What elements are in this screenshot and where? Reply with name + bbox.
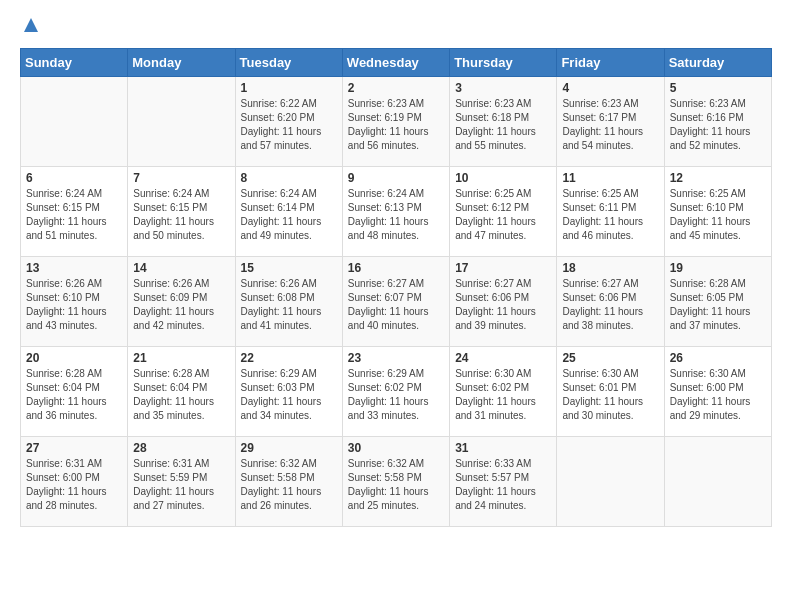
calendar-day-cell: 10Sunrise: 6:25 AMSunset: 6:12 PMDayligh…	[450, 167, 557, 257]
day-info: Sunrise: 6:25 AMSunset: 6:12 PMDaylight:…	[455, 187, 551, 243]
calendar-day-cell: 14Sunrise: 6:26 AMSunset: 6:09 PMDayligh…	[128, 257, 235, 347]
day-number: 13	[26, 261, 122, 275]
calendar-day-cell: 31Sunrise: 6:33 AMSunset: 5:57 PMDayligh…	[450, 437, 557, 527]
calendar-day-cell: 18Sunrise: 6:27 AMSunset: 6:06 PMDayligh…	[557, 257, 664, 347]
day-info: Sunrise: 6:23 AMSunset: 6:18 PMDaylight:…	[455, 97, 551, 153]
calendar-day-cell: 28Sunrise: 6:31 AMSunset: 5:59 PMDayligh…	[128, 437, 235, 527]
day-info: Sunrise: 6:23 AMSunset: 6:16 PMDaylight:…	[670, 97, 766, 153]
calendar-day-cell: 24Sunrise: 6:30 AMSunset: 6:02 PMDayligh…	[450, 347, 557, 437]
day-info: Sunrise: 6:24 AMSunset: 6:15 PMDaylight:…	[133, 187, 229, 243]
logo-icon	[22, 16, 40, 34]
day-number: 27	[26, 441, 122, 455]
day-of-week-header: Sunday	[21, 49, 128, 77]
calendar-table: SundayMondayTuesdayWednesdayThursdayFrid…	[20, 48, 772, 527]
day-of-week-header: Friday	[557, 49, 664, 77]
logo	[20, 16, 40, 38]
calendar-day-cell: 25Sunrise: 6:30 AMSunset: 6:01 PMDayligh…	[557, 347, 664, 437]
calendar-day-cell: 7Sunrise: 6:24 AMSunset: 6:15 PMDaylight…	[128, 167, 235, 257]
day-number: 11	[562, 171, 658, 185]
day-info: Sunrise: 6:27 AMSunset: 6:06 PMDaylight:…	[455, 277, 551, 333]
day-of-week-header: Wednesday	[342, 49, 449, 77]
day-info: Sunrise: 6:27 AMSunset: 6:07 PMDaylight:…	[348, 277, 444, 333]
day-of-week-header: Thursday	[450, 49, 557, 77]
day-info: Sunrise: 6:24 AMSunset: 6:13 PMDaylight:…	[348, 187, 444, 243]
day-number: 22	[241, 351, 337, 365]
day-number: 16	[348, 261, 444, 275]
day-number: 8	[241, 171, 337, 185]
day-number: 4	[562, 81, 658, 95]
day-number: 12	[670, 171, 766, 185]
calendar-day-cell	[557, 437, 664, 527]
day-info: Sunrise: 6:24 AMSunset: 6:14 PMDaylight:…	[241, 187, 337, 243]
day-info: Sunrise: 6:26 AMSunset: 6:09 PMDaylight:…	[133, 277, 229, 333]
calendar-day-cell	[664, 437, 771, 527]
day-number: 17	[455, 261, 551, 275]
calendar-week-row: 1Sunrise: 6:22 AMSunset: 6:20 PMDaylight…	[21, 77, 772, 167]
calendar-week-row: 27Sunrise: 6:31 AMSunset: 6:00 PMDayligh…	[21, 437, 772, 527]
day-number: 28	[133, 441, 229, 455]
calendar-day-cell: 1Sunrise: 6:22 AMSunset: 6:20 PMDaylight…	[235, 77, 342, 167]
day-info: Sunrise: 6:30 AMSunset: 6:02 PMDaylight:…	[455, 367, 551, 423]
calendar-week-row: 20Sunrise: 6:28 AMSunset: 6:04 PMDayligh…	[21, 347, 772, 437]
day-info: Sunrise: 6:30 AMSunset: 6:01 PMDaylight:…	[562, 367, 658, 423]
calendar-day-cell: 6Sunrise: 6:24 AMSunset: 6:15 PMDaylight…	[21, 167, 128, 257]
header	[20, 16, 772, 38]
day-number: 19	[670, 261, 766, 275]
calendar-day-cell: 15Sunrise: 6:26 AMSunset: 6:08 PMDayligh…	[235, 257, 342, 347]
calendar-day-cell	[21, 77, 128, 167]
calendar-day-cell: 8Sunrise: 6:24 AMSunset: 6:14 PMDaylight…	[235, 167, 342, 257]
day-info: Sunrise: 6:32 AMSunset: 5:58 PMDaylight:…	[241, 457, 337, 513]
day-info: Sunrise: 6:28 AMSunset: 6:04 PMDaylight:…	[26, 367, 122, 423]
calendar-day-cell: 30Sunrise: 6:32 AMSunset: 5:58 PMDayligh…	[342, 437, 449, 527]
day-info: Sunrise: 6:25 AMSunset: 6:11 PMDaylight:…	[562, 187, 658, 243]
day-number: 3	[455, 81, 551, 95]
calendar-day-cell: 4Sunrise: 6:23 AMSunset: 6:17 PMDaylight…	[557, 77, 664, 167]
calendar-day-cell: 29Sunrise: 6:32 AMSunset: 5:58 PMDayligh…	[235, 437, 342, 527]
day-number: 1	[241, 81, 337, 95]
day-number: 29	[241, 441, 337, 455]
calendar-day-cell: 26Sunrise: 6:30 AMSunset: 6:00 PMDayligh…	[664, 347, 771, 437]
day-info: Sunrise: 6:31 AMSunset: 6:00 PMDaylight:…	[26, 457, 122, 513]
calendar-day-cell	[128, 77, 235, 167]
day-info: Sunrise: 6:22 AMSunset: 6:20 PMDaylight:…	[241, 97, 337, 153]
calendar-day-cell: 9Sunrise: 6:24 AMSunset: 6:13 PMDaylight…	[342, 167, 449, 257]
day-info: Sunrise: 6:27 AMSunset: 6:06 PMDaylight:…	[562, 277, 658, 333]
day-number: 2	[348, 81, 444, 95]
svg-marker-0	[24, 18, 38, 32]
day-number: 31	[455, 441, 551, 455]
calendar-day-cell: 13Sunrise: 6:26 AMSunset: 6:10 PMDayligh…	[21, 257, 128, 347]
day-number: 26	[670, 351, 766, 365]
day-of-week-header: Monday	[128, 49, 235, 77]
day-info: Sunrise: 6:31 AMSunset: 5:59 PMDaylight:…	[133, 457, 229, 513]
calendar-day-cell: 17Sunrise: 6:27 AMSunset: 6:06 PMDayligh…	[450, 257, 557, 347]
calendar-day-cell: 22Sunrise: 6:29 AMSunset: 6:03 PMDayligh…	[235, 347, 342, 437]
day-number: 7	[133, 171, 229, 185]
day-number: 6	[26, 171, 122, 185]
day-number: 18	[562, 261, 658, 275]
day-info: Sunrise: 6:26 AMSunset: 6:08 PMDaylight:…	[241, 277, 337, 333]
day-info: Sunrise: 6:25 AMSunset: 6:10 PMDaylight:…	[670, 187, 766, 243]
day-number: 23	[348, 351, 444, 365]
calendar-day-cell: 2Sunrise: 6:23 AMSunset: 6:19 PMDaylight…	[342, 77, 449, 167]
day-number: 10	[455, 171, 551, 185]
day-info: Sunrise: 6:28 AMSunset: 6:05 PMDaylight:…	[670, 277, 766, 333]
day-number: 21	[133, 351, 229, 365]
day-info: Sunrise: 6:32 AMSunset: 5:58 PMDaylight:…	[348, 457, 444, 513]
day-info: Sunrise: 6:24 AMSunset: 6:15 PMDaylight:…	[26, 187, 122, 243]
calendar-day-cell: 19Sunrise: 6:28 AMSunset: 6:05 PMDayligh…	[664, 257, 771, 347]
day-number: 25	[562, 351, 658, 365]
day-number: 20	[26, 351, 122, 365]
calendar-week-row: 13Sunrise: 6:26 AMSunset: 6:10 PMDayligh…	[21, 257, 772, 347]
calendar-day-cell: 21Sunrise: 6:28 AMSunset: 6:04 PMDayligh…	[128, 347, 235, 437]
day-info: Sunrise: 6:23 AMSunset: 6:19 PMDaylight:…	[348, 97, 444, 153]
day-of-week-header: Tuesday	[235, 49, 342, 77]
day-number: 14	[133, 261, 229, 275]
calendar-day-cell: 3Sunrise: 6:23 AMSunset: 6:18 PMDaylight…	[450, 77, 557, 167]
calendar-day-cell: 23Sunrise: 6:29 AMSunset: 6:02 PMDayligh…	[342, 347, 449, 437]
day-number: 30	[348, 441, 444, 455]
day-info: Sunrise: 6:28 AMSunset: 6:04 PMDaylight:…	[133, 367, 229, 423]
day-info: Sunrise: 6:33 AMSunset: 5:57 PMDaylight:…	[455, 457, 551, 513]
day-info: Sunrise: 6:29 AMSunset: 6:02 PMDaylight:…	[348, 367, 444, 423]
calendar-day-cell: 12Sunrise: 6:25 AMSunset: 6:10 PMDayligh…	[664, 167, 771, 257]
calendar-week-row: 6Sunrise: 6:24 AMSunset: 6:15 PMDaylight…	[21, 167, 772, 257]
